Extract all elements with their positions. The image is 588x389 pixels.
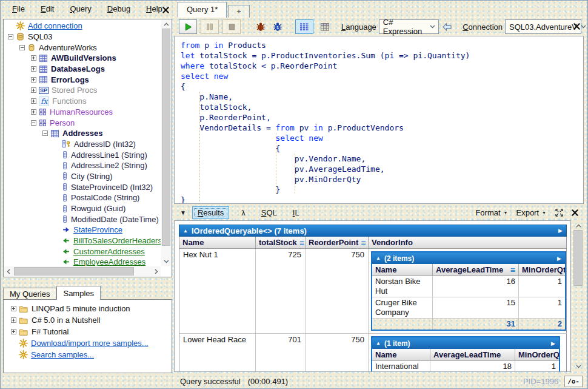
expander-plus-icon[interactable] <box>31 98 36 104</box>
results-scroll-up-icon[interactable] <box>573 222 583 230</box>
scrollbar-thumb[interactable] <box>162 29 170 246</box>
expand-right-icon[interactable]: ▶ <box>557 255 561 262</box>
column-header-name[interactable]: Name <box>179 237 256 248</box>
menu-edit[interactable]: Edit <box>33 1 62 18</box>
tree-item-addressline1-string[interactable]: AddressLine1 (String) <box>4 149 161 160</box>
scrollbar-thumb[interactable] <box>14 267 134 276</box>
column-header-reorderpoint[interactable]: ReorderPoint≡ <box>306 237 369 248</box>
column-header-minorderqty[interactable]: MinOrderQty <box>515 349 559 360</box>
pause-button[interactable] <box>201 19 219 34</box>
column-header-averageleadtime[interactable]: AverageLeadTime≡ <box>433 264 519 276</box>
expand-right-icon[interactable]: ▶ <box>558 228 563 234</box>
tree-item-humanresources[interactable]: HumanResources <box>4 107 161 118</box>
export-dropdown[interactable]: Export ▼ <box>516 208 546 217</box>
tree-item-add-connection[interactable]: Add connection <box>4 21 161 32</box>
new-query-tab-button[interactable]: + <box>228 5 250 18</box>
tree-item-modifieddate-datetime[interactable]: ModifiedDate (DateTime) <box>4 214 161 225</box>
column-header-name[interactable]: Name <box>372 264 433 276</box>
scroll-up-icon[interactable] <box>161 20 171 29</box>
collapse-triangle-icon[interactable]: ▲ <box>376 255 381 261</box>
results-grid-header[interactable]: ▲IOrderedQueryable<> (7 items)▶ <box>179 225 567 237</box>
expander-minus-icon[interactable] <box>19 45 25 50</box>
column-header-averageleadtime[interactable]: AverageLeadTime <box>430 349 515 360</box>
tree-item-awbuildversions[interactable]: AWBuildVersions <box>4 53 161 64</box>
expander-plus-icon[interactable] <box>31 87 36 93</box>
close-panel-icon[interactable] <box>160 4 171 15</box>
run-button[interactable] <box>179 19 197 34</box>
expander-minus-icon[interactable] <box>31 120 36 126</box>
tree-item-f-tutorial[interactable]: F# Tutorial <box>7 326 172 337</box>
tree-item-addressid-int32[interactable]: AddressID (Int32) <box>4 139 161 150</box>
scroll-left-icon[interactable] <box>4 266 13 276</box>
close-results-icon[interactable] <box>571 209 579 217</box>
tree-item-customeraddresses[interactable]: CustomerAddresses <box>4 246 161 257</box>
expander-plus-icon[interactable] <box>11 329 16 334</box>
tree-item-errorlogs[interactable]: ErrorLogs <box>4 74 161 85</box>
debug-bug-button[interactable] <box>253 19 269 34</box>
results-scroll-down-icon[interactable] <box>573 362 583 371</box>
language-select[interactable]: C# Expression <box>379 19 439 34</box>
tree-item-linqpad-5-minute-induction[interactable]: LINQPad 5 minute induction <box>7 303 172 314</box>
tab-samples[interactable]: Samples <box>56 286 101 300</box>
tree-item-databaselogs[interactable]: DatabaseLogs <box>4 64 161 75</box>
expander-plus-icon[interactable] <box>31 55 36 61</box>
results-tab-λ[interactable]: λ <box>238 207 249 218</box>
code-editor[interactable]: from p in Productslet totalStock = p.Pro… <box>174 36 584 204</box>
tree-item-stored-procs[interactable]: SPStored Procs <box>4 85 161 96</box>
nested-grid-header[interactable]: ▲(1 item)▶ <box>372 337 559 349</box>
column-header-totalstock[interactable]: totalStock≡ <box>256 237 306 248</box>
tree-item-addressline2-string[interactable]: AddressLine2 (String) <box>4 160 161 171</box>
tree-item-sql03[interactable]: SQL03 <box>4 32 161 42</box>
tree-vertical-scrollbar[interactable] <box>161 20 171 266</box>
menu-file[interactable]: File <box>4 1 33 18</box>
debug-breakpoint-button[interactable]: 1 <box>270 19 286 34</box>
tree-item-c-5-0-in-a-nutshell[interactable]: C# 5.0 in a Nutshell <box>7 314 172 326</box>
expander-plus-icon[interactable] <box>31 66 36 72</box>
expander-minus-icon[interactable] <box>42 130 48 136</box>
tree-item-billtosalesorderheaders[interactable]: BillToSalesOrderHeaders <box>4 235 161 246</box>
close-query-icon[interactable] <box>571 21 582 32</box>
format-dropdown[interactable]: Format ▼ <box>475 208 507 217</box>
sort-menu-icon[interactable]: ≡ <box>358 240 366 246</box>
results-tab-results[interactable]: Results <box>192 206 229 219</box>
tab-query-1[interactable]: Query 1* <box>178 2 227 18</box>
column-header-name[interactable]: Name <box>372 349 430 360</box>
tree-item-postalcode-string[interactable]: PostalCode (String) <box>4 192 161 203</box>
stop-button[interactable] <box>222 19 241 34</box>
tree-item-employeeaddresses[interactable]: EmployeeAddresses <box>4 257 161 266</box>
tree-item-person[interactable]: Person <box>4 117 161 128</box>
tree-item-functions[interactable]: fxFunctions <box>4 96 161 107</box>
tree-item-city-string[interactable]: City (String) <box>4 171 161 182</box>
expander-plus-icon[interactable] <box>11 317 16 323</box>
menu-debug[interactable]: Debug <box>99 1 138 18</box>
tree-item-search-samples[interactable]: Search samples... <box>7 349 172 360</box>
expander-plus-icon[interactable] <box>11 306 16 311</box>
collapse-results-icon[interactable]: ▼ <box>180 209 186 216</box>
tree-horizontal-scrollbar[interactable] <box>4 266 161 276</box>
sort-menu-icon[interactable]: ≡ <box>297 240 304 246</box>
tree-item-stateprovinceid-int32[interactable]: StateProvinceID (Int32) <box>4 181 161 192</box>
connection-select[interactable]: SQL03.AdventureV <box>505 19 581 34</box>
nested-grid-header[interactable]: ▲(2 items)▶ <box>372 252 565 264</box>
tree-item-download-import-more-samples[interactable]: Download/import more samples... <box>7 337 172 349</box>
collapse-triangle-icon[interactable]: ▲ <box>183 228 188 234</box>
tab-my-queries[interactable]: My Queries <box>3 288 56 300</box>
expand-results-icon[interactable] <box>555 208 564 217</box>
scroll-down-icon[interactable] <box>161 257 171 266</box>
expander-plus-icon[interactable] <box>31 109 36 115</box>
tree-item-adventureworks[interactable]: AdventureWorks <box>4 42 161 53</box>
tree-item-addresses[interactable]: Addresses <box>4 128 161 139</box>
tree-item-stateprovince[interactable]: StateProvince <box>4 225 161 235</box>
menu-query[interactable]: Query <box>62 1 99 18</box>
column-header-minorderqty[interactable]: MinOrderQty≡ <box>519 264 565 276</box>
results-tab-il[interactable]: IL <box>289 207 303 218</box>
rich-text-results-button[interactable] <box>295 19 313 34</box>
optimization-toggle-button[interactable]: /o- <box>564 376 583 387</box>
tree-item-rowguid-guid[interactable]: Rowguid (Guid) <box>4 203 161 214</box>
sort-menu-icon[interactable]: ≡ <box>508 267 515 273</box>
column-header-vendorinfo[interactable]: VendorInfo <box>369 237 566 248</box>
back-arrow-icon[interactable] <box>443 23 452 31</box>
expander-plus-icon[interactable] <box>31 77 36 83</box>
expander-minus-icon[interactable] <box>8 34 13 39</box>
results-scrollbar-thumb[interactable] <box>573 230 583 286</box>
